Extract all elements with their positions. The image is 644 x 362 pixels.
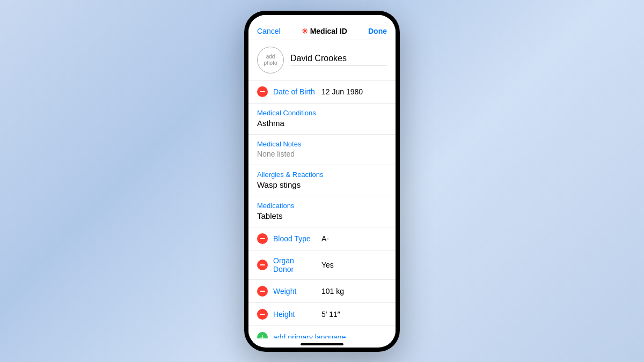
medications-section: Medications Tablets bbox=[248, 196, 396, 227]
weight-remove-button[interactable] bbox=[257, 286, 268, 297]
medical-notes-value: None listed bbox=[257, 150, 387, 158]
weight-row: Weight 101 kg bbox=[248, 280, 396, 303]
phone-screen: Cancel ✳ Medical ID Done add photo David… bbox=[248, 15, 396, 348]
medical-conditions-value: Asthma bbox=[257, 119, 387, 128]
add-language-plus-icon[interactable] bbox=[257, 332, 268, 338]
nav-title: ✳ Medical ID bbox=[302, 27, 347, 35]
allergies-section: Allergies & Reactions Wasp stings bbox=[248, 165, 396, 196]
organ-donor-remove-button[interactable] bbox=[257, 260, 268, 270]
weight-value: 101 kg bbox=[321, 287, 387, 295]
blood-type-remove-button[interactable] bbox=[257, 233, 268, 244]
organ-donor-label[interactable]: Organ Donor bbox=[273, 256, 316, 274]
cancel-button[interactable]: Cancel bbox=[257, 27, 281, 35]
organ-donor-value: Yes bbox=[321, 261, 387, 269]
status-bar bbox=[248, 15, 396, 23]
add-language-label[interactable]: add primary language bbox=[273, 333, 346, 338]
blood-type-value: A- bbox=[321, 234, 387, 243]
allergies-value: Wasp stings bbox=[257, 180, 387, 189]
medical-notes-label[interactable]: Medical Notes bbox=[257, 140, 387, 148]
blood-type-row: Blood Type A- bbox=[248, 227, 396, 250]
date-of-birth-row: Date of Birth 12 Jun 1980 bbox=[248, 80, 396, 104]
add-photo-line2: photo bbox=[264, 60, 277, 67]
add-photo-line1: add bbox=[266, 54, 275, 60]
done-button[interactable]: Done bbox=[368, 27, 387, 35]
medical-star-icon: ✳ bbox=[302, 27, 308, 35]
phone-container: Cancel ✳ Medical ID Done add photo David… bbox=[244, 11, 400, 352]
name-field[interactable]: David Crookes bbox=[290, 54, 347, 63]
add-language-row[interactable]: add primary language bbox=[248, 326, 396, 338]
medical-conditions-label[interactable]: Medical Conditions bbox=[257, 109, 387, 117]
allergies-label[interactable]: Allergies & Reactions bbox=[257, 171, 387, 179]
medical-notes-section: Medical Notes None listed bbox=[248, 135, 396, 165]
content-scroll[interactable]: add photo David Crookes Date of Birth 12… bbox=[248, 40, 396, 338]
medications-label[interactable]: Medications bbox=[257, 202, 387, 210]
nav-title-text: Medical ID bbox=[310, 27, 347, 35]
height-remove-button[interactable] bbox=[257, 309, 268, 320]
weight-label[interactable]: Weight bbox=[273, 287, 316, 295]
date-of-birth-label[interactable]: Date of Birth bbox=[273, 87, 316, 96]
height-label[interactable]: Height bbox=[273, 310, 316, 319]
height-value: 5′ 11″ bbox=[321, 310, 387, 319]
name-field-wrapper: David Crookes bbox=[290, 54, 387, 66]
date-of-birth-remove-button[interactable] bbox=[257, 86, 268, 97]
home-indicator bbox=[301, 343, 343, 345]
blood-type-label[interactable]: Blood Type bbox=[273, 234, 316, 243]
nav-bar: Cancel ✳ Medical ID Done bbox=[248, 23, 396, 40]
medications-value: Tablets bbox=[257, 211, 387, 220]
date-of-birth-value: 12 Jun 1980 bbox=[321, 87, 387, 96]
height-row: Height 5′ 11″ bbox=[248, 303, 396, 326]
organ-donor-row: Organ Donor Yes bbox=[248, 250, 396, 280]
add-photo-button[interactable]: add photo bbox=[257, 47, 284, 73]
medical-conditions-section: Medical Conditions Asthma bbox=[248, 104, 396, 135]
profile-row: add photo David Crookes bbox=[248, 40, 396, 80]
